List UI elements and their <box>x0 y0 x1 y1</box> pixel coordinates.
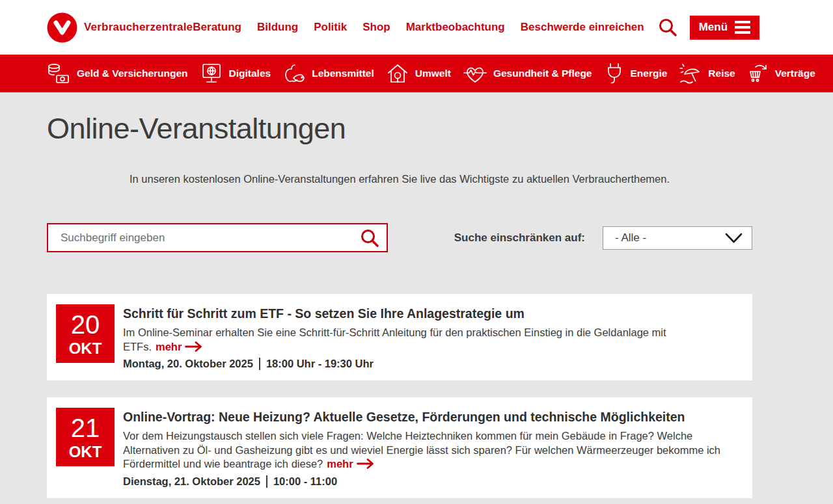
search-icon[interactable] <box>657 17 678 38</box>
main-content: Online-Veranstaltungen In unseren kosten… <box>0 112 833 498</box>
search-box <box>47 223 388 252</box>
arrow-right-icon <box>185 341 202 352</box>
filter-selected-value: - Alle - <box>615 232 646 245</box>
filter-select[interactable]: - Alle - <box>603 226 752 250</box>
monitor-globe-icon <box>199 62 224 85</box>
menu-button-label: Menü <box>699 21 728 34</box>
nav-item-politik[interactable]: Politik <box>314 21 347 34</box>
search-input[interactable] <box>48 224 387 251</box>
site-header: Verbraucherzentrale Beratung Bildung Pol… <box>0 0 833 55</box>
menu-button[interactable]: Menü <box>690 16 759 40</box>
money-icon <box>47 62 72 85</box>
event-datetime: Dienstag, 21. Oktober 2025 10:00 - 11:00 <box>123 475 738 488</box>
nav-item-shop[interactable]: Shop <box>362 21 390 34</box>
category-label: Umwelt <box>415 68 451 79</box>
event-month: OKT <box>69 341 102 356</box>
category-gesundheit-pflege[interactable]: Gesundheit & Pflege <box>462 62 592 85</box>
event-day: 21 <box>71 415 100 441</box>
category-label: Verträge <box>775 68 815 79</box>
event-time: 10:00 - 11:00 <box>273 475 337 488</box>
filter-label: Suche einschränken auf: <box>454 232 585 245</box>
logo-text: Verbraucherzentrale <box>84 21 193 34</box>
logo[interactable]: Verbraucherzentrale <box>47 12 193 43</box>
datetime-separator <box>266 475 267 488</box>
search-submit-button[interactable] <box>358 228 381 248</box>
event-date-badge: 21 OKT <box>56 408 115 466</box>
event-card[interactable]: 21 OKT Online-Vortrag: Neue Heizung? Akt… <box>47 397 752 498</box>
search-icon <box>359 228 380 248</box>
event-description: Im Online-Seminar erhalten Sie eine Schr… <box>123 326 738 354</box>
category-umwelt[interactable]: Umwelt <box>385 62 451 85</box>
event-datetime: Montag, 20. Oktober 2025 18:00 Uhr - 19:… <box>123 358 738 370</box>
event-title[interactable]: Schritt für Schritt zum ETF - So setzen … <box>123 306 738 321</box>
more-link[interactable]: mehr <box>327 458 374 470</box>
event-date: Montag, 20. Oktober 2025 <box>123 358 253 370</box>
event-date-badge: 20 OKT <box>56 304 115 363</box>
hamburger-icon <box>735 21 750 34</box>
cart-arrow-icon <box>746 62 770 85</box>
event-body: Schritt für Schritt zum ETF - So setzen … <box>123 304 738 370</box>
arrow-right-icon <box>357 458 374 469</box>
beach-umbrella-icon <box>678 62 703 85</box>
category-bar: Geld & Versicherungen Digitales Lebensmi… <box>0 55 833 92</box>
nav-item-marktbeobachtung[interactable]: Marktbeobachtung <box>406 21 505 34</box>
category-label: Energie <box>631 68 668 79</box>
nav-item-beschwerde-einreichen[interactable]: Beschwerde einreichen <box>521 21 644 34</box>
plug-icon <box>603 62 625 85</box>
event-time: 18:00 Uhr - 19:30 Uhr <box>266 358 374 370</box>
category-vertraege[interactable]: Verträge <box>746 62 815 85</box>
category-lebensmittel[interactable]: Lebensmittel <box>282 62 374 85</box>
event-card[interactable]: 20 OKT Schritt für Schritt zum ETF - So … <box>47 294 752 380</box>
food-icon <box>282 62 307 85</box>
chevron-down-icon <box>725 233 743 243</box>
intro-text: In unseren kostenlosen Online-Veranstalt… <box>47 173 752 185</box>
category-energie[interactable]: Energie <box>603 62 668 85</box>
category-digitales[interactable]: Digitales <box>199 62 271 85</box>
category-reise[interactable]: Reise <box>678 62 735 85</box>
main-nav: Beratung Bildung Politik Shop Marktbeoba… <box>193 21 644 34</box>
category-geld-versicherungen[interactable]: Geld & Versicherungen <box>47 62 188 85</box>
category-label: Reise <box>708 68 735 79</box>
event-body: Online-Vortrag: Neue Heizung? Aktuelle G… <box>123 408 738 488</box>
nav-item-beratung[interactable]: Beratung <box>193 21 241 34</box>
page-title: Online-Veranstaltungen <box>47 112 752 146</box>
event-description: Vor dem Heizungstausch stellen sich viel… <box>123 429 738 471</box>
event-day: 20 <box>71 312 100 338</box>
event-date: Dienstag, 21. Oktober 2025 <box>123 475 260 488</box>
house-tree-icon <box>385 62 410 85</box>
event-title[interactable]: Online-Vortrag: Neue Heizung? Aktuelle G… <box>123 410 738 425</box>
more-link[interactable]: mehr <box>156 341 202 352</box>
filter-group: Suche einschränken auf: - Alle - <box>454 226 752 250</box>
event-month: OKT <box>69 444 102 460</box>
nav-item-bildung[interactable]: Bildung <box>257 21 298 34</box>
heart-pulse-icon <box>462 62 488 85</box>
category-label: Digitales <box>229 68 271 79</box>
category-label: Lebensmittel <box>312 68 374 79</box>
logo-v-icon <box>47 12 77 43</box>
datetime-separator <box>259 358 260 370</box>
category-label: Gesundheit & Pflege <box>493 68 592 79</box>
category-label: Geld & Versicherungen <box>77 68 188 79</box>
event-list: 20 OKT Schritt für Schritt zum ETF - So … <box>47 294 752 498</box>
search-row: Suche einschränken auf: - Alle - <box>47 223 752 252</box>
